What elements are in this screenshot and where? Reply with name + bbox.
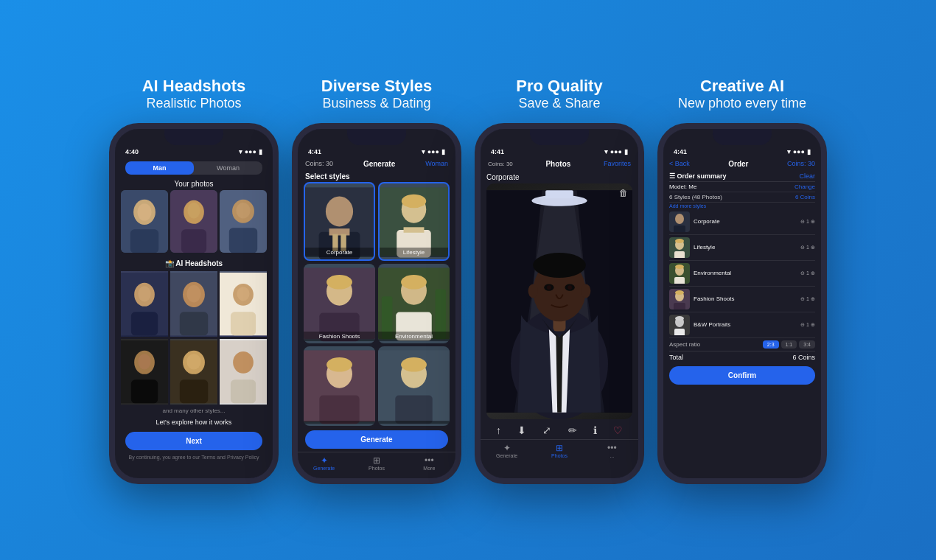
order-counter-environmental[interactable]: ⊖ 1 ⊕ bbox=[800, 270, 815, 276]
phone2: 4:41 ▾ ●●● ▮ Coins: 30 Generate Woman Se… bbox=[292, 123, 461, 484]
svg-rect-26 bbox=[131, 379, 158, 403]
style-card-style6[interactable] bbox=[378, 346, 450, 426]
svg-point-82 bbox=[675, 214, 684, 224]
photo-thumb-1 bbox=[121, 190, 168, 253]
phone2-bottom-nav: ✦ Generate ⊞ Photos ••• More bbox=[298, 452, 455, 472]
photos3-nav-icon: ⊞ bbox=[533, 443, 585, 453]
more-nav-icon: ••• bbox=[403, 455, 455, 466]
nav3-more[interactable]: ••• ... bbox=[586, 443, 638, 458]
order-counter-bw[interactable]: ⊖ 1 ⊕ bbox=[800, 322, 815, 328]
order-counter-corporate[interactable]: ⊖ 1 ⊕ bbox=[800, 219, 815, 225]
svg-point-76 bbox=[581, 284, 590, 298]
nav-more[interactable]: ••• More bbox=[403, 455, 455, 471]
wifi2-icon: ▾ bbox=[422, 148, 425, 155]
trash-icon[interactable]: 🗑 bbox=[619, 188, 628, 198]
plus3-icon[interactable]: ⊕ bbox=[811, 270, 815, 276]
phone3-favorites[interactable]: Favorites bbox=[604, 160, 631, 167]
style-card-lifestyle[interactable]: Lifestyle bbox=[378, 182, 450, 262]
toggle-man[interactable]: Man bbox=[125, 161, 194, 175]
wifi3-icon: ▾ bbox=[604, 148, 608, 155]
plus2-icon[interactable]: ⊕ bbox=[811, 245, 815, 251]
plus4-icon[interactable]: ⊕ bbox=[811, 296, 815, 302]
minus3-icon[interactable]: ⊖ bbox=[800, 270, 805, 276]
order-style-name-corporate: Corporate bbox=[694, 218, 797, 225]
order-thumb-corporate bbox=[669, 211, 690, 232]
aspect-2-3[interactable]: 2:3 bbox=[763, 340, 779, 349]
phone4-coins: Coins: 30 bbox=[787, 160, 815, 167]
expand-icon[interactable]: ⤢ bbox=[542, 424, 551, 436]
minus2-icon[interactable]: ⊖ bbox=[800, 245, 805, 251]
order-model-row: Model: Me Change bbox=[669, 182, 815, 192]
phone4-time: 4:41 bbox=[674, 148, 687, 155]
section1-title-sub: Realistic Photos bbox=[142, 96, 246, 111]
generate3-nav-icon: ✦ bbox=[481, 443, 533, 453]
phone2-style-grid: Corporate Lifestyle bbox=[298, 182, 455, 426]
nav3-generate[interactable]: ✦ Generate bbox=[481, 443, 533, 458]
phone2-coins: Coins: 30 bbox=[305, 160, 333, 167]
minus4-icon[interactable]: ⊖ bbox=[800, 296, 805, 302]
edit-icon[interactable]: ✏ bbox=[568, 424, 577, 436]
phone2-woman-label[interactable]: Woman bbox=[425, 160, 448, 167]
order-model-change[interactable]: Change bbox=[794, 183, 815, 190]
svg-rect-10 bbox=[229, 228, 257, 253]
signal-icon: ●●● bbox=[245, 148, 256, 155]
order-clear[interactable]: Clear bbox=[799, 172, 815, 180]
info-icon[interactable]: ℹ bbox=[593, 424, 597, 436]
section2-title-main: Diverse Styles bbox=[321, 77, 432, 96]
order-model-label: Model: Me bbox=[669, 183, 696, 190]
svg-rect-44 bbox=[404, 227, 425, 232]
nav-generate[interactable]: ✦ Generate bbox=[298, 455, 350, 471]
svg-point-63 bbox=[401, 357, 427, 371]
plus-icon[interactable]: ⊕ bbox=[811, 219, 815, 225]
phone1-bottom-photos bbox=[115, 339, 273, 405]
battery-icon: ▮ bbox=[259, 148, 262, 155]
section3-title-sub: Save & Share bbox=[516, 96, 602, 111]
phone1-next-button[interactable]: Next bbox=[125, 432, 262, 450]
svg-point-23 bbox=[237, 287, 249, 301]
phone4-back-button[interactable]: < Back bbox=[669, 160, 690, 167]
heart-icon[interactable]: ♡ bbox=[613, 424, 623, 436]
style-card-environmental[interactable]: Environmental bbox=[378, 264, 450, 343]
toggle-woman[interactable]: Woman bbox=[194, 161, 262, 175]
order-counter-lifestyle[interactable]: ⊖ 1 ⊕ bbox=[800, 245, 815, 251]
style-card-style5[interactable] bbox=[304, 346, 375, 426]
phone3: 4:41 ▾ ●●● ▮ Coins: 30 Photos Favorites … bbox=[475, 123, 644, 484]
share2-icon[interactable]: ⬇ bbox=[517, 424, 526, 436]
svg-point-95 bbox=[675, 290, 684, 295]
counter2-value: 1 bbox=[806, 245, 809, 250]
order-style-name-fashion: Fashion Shoots bbox=[694, 295, 797, 302]
portrait-image: 🗑 bbox=[486, 183, 632, 419]
aspect-1-1[interactable]: 1:1 bbox=[781, 340, 797, 349]
phone3-coins: Coins: 30 bbox=[488, 161, 513, 167]
share1-icon[interactable]: ↑ bbox=[496, 424, 501, 436]
order-thumb-fashion bbox=[669, 289, 690, 309]
minus5-icon[interactable]: ⊖ bbox=[800, 322, 805, 328]
photos-nav-icon: ⊞ bbox=[350, 455, 402, 466]
phone1-gender-toggle[interactable]: Man Woman bbox=[125, 161, 262, 175]
phone1-top-photos bbox=[115, 190, 273, 253]
nav-photos[interactable]: ⊞ Photos bbox=[350, 455, 402, 471]
style-card-fashion[interactable]: Fashion Shoots bbox=[304, 264, 375, 343]
order-item-corporate: Corporate ⊖ 1 ⊕ bbox=[669, 209, 815, 235]
phone1-more-text: and many other styles... bbox=[115, 405, 273, 417]
photo-mid-1 bbox=[121, 271, 168, 337]
minus-icon[interactable]: ⊖ bbox=[800, 219, 805, 225]
photo-bot-1 bbox=[121, 339, 168, 405]
nav3-photos[interactable]: ⊞ Photos bbox=[533, 443, 585, 458]
signal2-icon: ●●● bbox=[427, 148, 439, 155]
svg-point-75 bbox=[528, 284, 538, 298]
plus5-icon[interactable]: ⊕ bbox=[811, 322, 815, 328]
order-add-more[interactable]: Add more styles bbox=[669, 203, 815, 209]
svg-point-15 bbox=[138, 286, 150, 301]
order-header: ☰ Order summary Clear bbox=[669, 171, 815, 182]
aspect-3-4[interactable]: 3:4 bbox=[799, 340, 815, 349]
svg-rect-38 bbox=[329, 228, 350, 235]
confirm-button[interactable]: Confirm bbox=[669, 366, 815, 385]
order-thumb-lifestyle bbox=[669, 237, 690, 258]
phone1-your-photos-label: Your photos bbox=[115, 178, 273, 190]
section-pro-quality: Pro Quality Save & Share 4:41 ▾ ●●● ▮ Co… bbox=[475, 77, 644, 484]
phone1-status-bar: 4:40 ▾ ●●● ▮ bbox=[115, 129, 273, 158]
style-card-corporate[interactable]: Corporate bbox=[304, 182, 375, 262]
order-counter-fashion[interactable]: ⊖ 1 ⊕ bbox=[800, 296, 815, 302]
phone2-generate-button[interactable]: Generate bbox=[305, 430, 448, 449]
